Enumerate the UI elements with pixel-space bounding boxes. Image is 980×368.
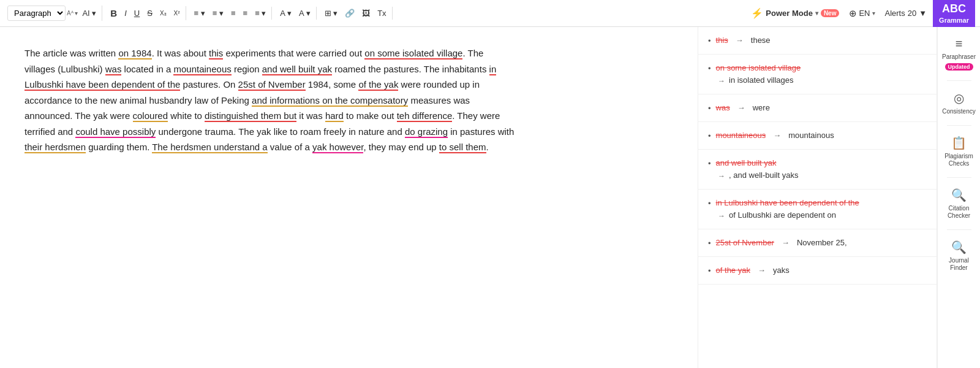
lang-chevron: ▾: [872, 10, 875, 17]
paraphraser-tool[interactable]: ≡ Paraphraser Updated: [938, 29, 980, 78]
error-theirHerdsmen: their herdsmen: [24, 142, 86, 153]
right-sidebar: ≡ Paraphraser Updated ◎ Consistency 📋 Pl…: [937, 27, 980, 368]
consistency-icon: ◎: [954, 91, 964, 105]
power-mode-label: Power Mode: [766, 9, 813, 18]
corrected-2: in isolated villages: [729, 75, 794, 85]
error-herdsmen2: The herdsmen understand a: [152, 142, 267, 153]
font-color-button[interactable]: A ▾: [277, 7, 295, 20]
original-6: in Lulbushki have been dependent of the: [716, 198, 859, 207]
suggestion-item-6[interactable]: • in Lulbushki have been dependent of th…: [698, 190, 937, 229]
corrected-5: , and well-built yaks: [729, 171, 798, 180]
suggestion-item-8[interactable]: • of the yak → yaks: [698, 257, 937, 285]
suggestion-arrow-line-5: → , and well-built yaks: [708, 171, 927, 180]
error-couldhave: could have possibly: [75, 126, 156, 138]
bullet-4: •: [708, 131, 711, 140]
alerts-filter-icon: ▼: [919, 9, 927, 18]
arrow-6: →: [718, 212, 725, 220]
highlight-color-button[interactable]: A ▾: [296, 7, 314, 20]
original-2: on some isolated village: [716, 63, 801, 72]
image-button[interactable]: 🖼: [359, 7, 373, 20]
suggestion-item-5[interactable]: • and well built yak → , and well-built …: [698, 150, 937, 190]
ordered-list-button[interactable]: ≡ ▾: [209, 7, 227, 20]
original-4: mountaineous: [716, 131, 766, 140]
clear-format-button[interactable]: Tx: [374, 7, 389, 20]
suggestion-inline-6: • in Lulbushki have been dependent of th…: [708, 198, 927, 208]
original-5: and well built yak: [716, 158, 777, 167]
plagiarism-tool[interactable]: 📋 Plagiarism Checks: [938, 128, 980, 175]
editor-paragraph[interactable]: The article was written on 1984. It was …: [24, 45, 514, 155]
editor-area[interactable]: The article was written on 1984. It was …: [0, 27, 698, 368]
suggestions-panel: • this → these • on some isolated villag…: [698, 27, 937, 368]
consistency-tool[interactable]: ◎ Consistency: [938, 83, 980, 123]
link-button[interactable]: 🔗: [342, 7, 358, 20]
journal-label: Journal Finder: [943, 257, 975, 272]
lightning-icon: ⚡: [751, 7, 763, 19]
error-mountaineous: mountaineous: [173, 64, 231, 75]
superscript-button[interactable]: X²: [171, 8, 183, 18]
font-size-dropdown[interactable]: Aᴬ ▾: [67, 10, 78, 17]
suggestion-item-7[interactable]: • 25st of Nvember → November 25,: [698, 229, 937, 257]
corrected-8: yaks: [773, 266, 790, 275]
power-mode-button[interactable]: ⚡ Power Mode ▾ New: [747, 6, 843, 21]
divider-1: [947, 80, 971, 81]
text-format-group: B I U S X₂ X²: [105, 6, 186, 20]
list-format-group: ≡ ▾ ≡ ▾ ≡ ≡ ≡ ▾: [189, 7, 273, 20]
plagiarism-icon: 📋: [951, 136, 967, 150]
error-this: this: [209, 48, 223, 59]
bold-button[interactable]: B: [107, 6, 120, 20]
arrow-2: →: [718, 77, 725, 85]
suggestion-item-3[interactable]: • was → were: [698, 94, 937, 122]
editor-content[interactable]: The article was written on 1984. It was …: [24, 45, 514, 155]
journal-tool[interactable]: 🔍 Journal Finder: [938, 232, 980, 279]
table-button[interactable]: ⊞ ▾: [322, 7, 341, 20]
error-informations: and informations on the compensatory: [252, 95, 408, 107]
error-doGrazing: do grazing: [405, 126, 448, 138]
alerts-label: Alerts: [885, 9, 905, 18]
outdent-button[interactable]: ≡: [240, 7, 251, 20]
error-on1984: on 1984: [118, 48, 151, 59]
bullet-6: •: [708, 199, 711, 208]
unordered-list-button[interactable]: ≡ ▾: [191, 7, 208, 20]
strikethrough-button[interactable]: S: [144, 7, 156, 20]
color-group: A ▾ A ▾: [274, 7, 316, 20]
original-1: this: [716, 36, 728, 45]
corrected-7: November 25,: [797, 238, 847, 247]
citation-icon: 🔍: [951, 188, 967, 202]
align-button[interactable]: ≡ ▾: [252, 7, 269, 20]
suggestion-item-2[interactable]: • on some isolated village → in isolated…: [698, 55, 937, 94]
original-8: of the yak: [716, 266, 750, 275]
arrow-4: →: [773, 131, 781, 140]
suggestion-item-1[interactable]: • this → these: [698, 27, 937, 55]
language-label: EN: [859, 9, 870, 18]
suggestion-arrow-line-2: → in isolated villages: [708, 75, 927, 85]
error-teh: teh difference: [397, 110, 453, 122]
suggestion-inline-4: • mountaineous → mountainous: [708, 131, 927, 140]
corrected-1: these: [751, 36, 771, 45]
arrow-3: →: [737, 103, 745, 112]
error-andwellbuilt: and well built yak: [262, 64, 332, 75]
consistency-label: Consistency: [942, 108, 975, 115]
globe-icon: ⊕: [849, 8, 857, 19]
language-button[interactable]: ⊕ EN ▾: [845, 6, 878, 21]
error-was1: was: [105, 64, 122, 75]
alerts-button[interactable]: Alerts 20 ▼: [881, 7, 931, 20]
new-badge: New: [821, 9, 840, 17]
toolbar-right: ⚡ Power Mode ▾ New ⊕ EN ▾ Alerts 20 ▼ AB…: [747, 0, 975, 29]
indent-button[interactable]: ≡: [228, 7, 239, 20]
suggestion-inline-7: • 25st of Nvember → November 25,: [708, 238, 927, 248]
grammar-tab-button[interactable]: ABC Grammar: [933, 0, 975, 29]
paragraph-style-select[interactable]: Paragraph: [7, 6, 66, 21]
underline-button[interactable]: U: [131, 7, 143, 20]
suggestion-inline-1: • this → these: [708, 36, 927, 45]
power-mode-chevron: ▾: [815, 10, 818, 17]
italic-button[interactable]: I: [121, 7, 130, 20]
updated-badge: Updated: [945, 63, 973, 71]
suggestion-inline-3: • was → were: [708, 103, 927, 113]
font-size-stepper[interactable]: AI ▾: [79, 7, 99, 20]
suggestion-item-4[interactable]: • mountaineous → mountainous: [698, 122, 937, 150]
abc-icon: ABC: [942, 2, 966, 15]
citation-tool[interactable]: 🔍 Citation Checker: [938, 180, 980, 227]
corrected-6: of Lulbushki are dependent on: [729, 210, 836, 220]
subscript-button[interactable]: X₂: [157, 8, 170, 18]
bullet-8: •: [708, 266, 711, 275]
